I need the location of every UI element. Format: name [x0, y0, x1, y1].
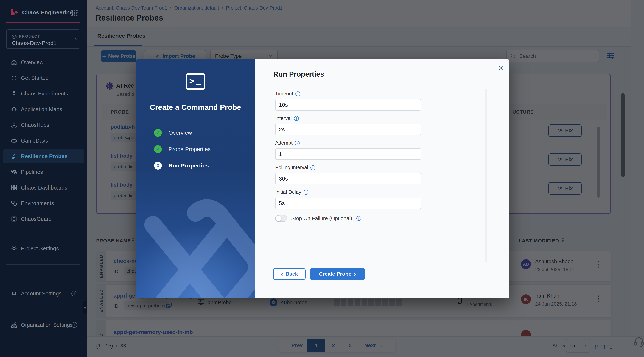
run-properties-panel: × Run Properties Timeouti Intervali Atte…: [255, 59, 510, 299]
sidebar-item-gamedays[interactable]: GameDays: [0, 133, 87, 148]
wizard-panel: > Create a Command Probe ✓ Overview ✓ Pr…: [136, 59, 255, 299]
info-icon[interactable]: i: [72, 322, 77, 328]
step-done-icon: ✓: [154, 145, 162, 153]
project-name: Chaos-Dev-Prod1: [12, 40, 56, 46]
harness-logo-icon[interactable]: [9, 7, 20, 17]
flask-icon: [11, 90, 17, 97]
get-started-icon: [11, 75, 17, 81]
attempt-input[interactable]: [275, 148, 421, 160]
info-icon[interactable]: i: [304, 190, 308, 195]
hub-icon: [11, 122, 17, 128]
info-icon[interactable]: i: [72, 291, 77, 296]
step-done-icon: ✓: [154, 129, 162, 137]
divider: [6, 265, 80, 265]
create-probe-button[interactable]: Create Probe ›: [310, 268, 365, 280]
step-probe-properties[interactable]: ✓ Probe Properties: [154, 145, 210, 153]
project-selector[interactable]: PROJECT Chaos-Dev-Prod1 ›: [6, 29, 80, 49]
gamepad-icon: [11, 137, 17, 144]
initial-delay-input[interactable]: [275, 198, 421, 209]
timeout-input[interactable]: [275, 99, 421, 111]
modal-title: Run Properties: [273, 70, 324, 78]
sidebar-item-chaosguard[interactable]: ChaosGuard: [0, 211, 87, 227]
environments-icon: [11, 200, 17, 206]
info-icon[interactable]: i: [296, 91, 300, 96]
form-scrollbar-track[interactable]: [485, 89, 488, 262]
sidebar-collapse-handle[interactable]: ◂: [83, 301, 87, 314]
stop-on-failure-toggle[interactable]: [275, 215, 287, 222]
sidebar-item-pipelines[interactable]: Pipelines: [0, 164, 87, 180]
chevron-left-icon: ‹: [281, 271, 283, 278]
step-number: 3: [154, 162, 162, 170]
info-icon[interactable]: i: [295, 141, 300, 145]
step-overview[interactable]: ✓ Overview: [154, 129, 192, 137]
app-title: Chaos Engineering: [22, 9, 73, 16]
sidebar-item-chaoshubs[interactable]: ChaosHubs: [0, 117, 87, 133]
sidebar-item-chaos-experiments[interactable]: Chaos Experiments: [0, 86, 87, 101]
sidebar-item-account-settings[interactable]: Account Settings i: [0, 286, 87, 302]
gear-icon: [11, 245, 17, 252]
stop-on-failure-row: Stop On Failure (Optional) i: [275, 215, 361, 222]
target-icon: [11, 106, 17, 112]
field-label-polling-interval: Polling Intervali: [275, 165, 315, 170]
layers-icon: [11, 290, 17, 297]
dashboard-icon: [11, 184, 17, 191]
chevron-right-icon: ›: [354, 271, 356, 278]
sidebar-item-overview[interactable]: Overview: [0, 54, 87, 70]
module-grid-icon[interactable]: [70, 9, 78, 17]
test-tube-icon: [11, 153, 17, 159]
home-icon: [11, 59, 17, 65]
polling-interval-input[interactable]: [275, 173, 421, 184]
sidebar-item-application-maps[interactable]: Application Maps: [0, 101, 87, 117]
field-label-interval: Intervali: [275, 115, 299, 121]
close-icon[interactable]: ×: [498, 64, 503, 72]
field-label-timeout: Timeouti: [275, 91, 300, 97]
guard-lock-icon: [11, 216, 17, 222]
org-tree-icon: [11, 322, 17, 328]
back-button[interactable]: ‹ Back: [273, 268, 306, 280]
chaos-engineering-app: Chaos Engineering PROJECT Chaos-Dev-Prod…: [0, 0, 644, 357]
cube-icon: [12, 34, 17, 39]
sidebar-nav: Overview Get Started Chaos Experiments A…: [0, 54, 87, 227]
create-probe-modal: > Create a Command Probe ✓ Overview ✓ Pr…: [136, 59, 510, 299]
sidebar-item-project-settings[interactable]: Project Settings: [0, 241, 87, 256]
divider: [6, 236, 80, 236]
info-icon[interactable]: i: [310, 165, 315, 170]
sidebar-item-resilience-probes[interactable]: Resilience Probes: [0, 148, 87, 164]
pipeline-icon: [11, 169, 17, 175]
field-label-initial-delay: Initial Delayi: [275, 189, 308, 195]
step-run-properties[interactable]: 3 Run Properties: [154, 162, 209, 170]
sidebar: Chaos Engineering PROJECT Chaos-Dev-Prod…: [0, 0, 87, 357]
brand-underline: [6, 22, 80, 23]
sidebar-item-environments[interactable]: Environments: [0, 195, 87, 211]
sidebar-item-organization-settings[interactable]: Organization Settings i: [0, 317, 87, 333]
info-icon[interactable]: i: [294, 116, 299, 121]
project-label: PROJECT: [19, 34, 40, 39]
wizard-title: Create a Command Probe: [136, 103, 255, 111]
chevron-right-icon: ›: [74, 35, 77, 43]
info-icon[interactable]: i: [356, 216, 361, 221]
divider: [0, 311, 87, 312]
sidebar-item-get-started[interactable]: Get Started: [0, 70, 87, 86]
field-label-attempt: Attempti: [275, 140, 300, 146]
interval-input[interactable]: [275, 124, 421, 135]
harness-watermark: [136, 189, 255, 299]
terminal-icon: >: [186, 73, 205, 90]
footer-divider: [271, 263, 497, 263]
sidebar-item-chaos-dashboards[interactable]: Chaos Dashboards: [0, 180, 87, 195]
